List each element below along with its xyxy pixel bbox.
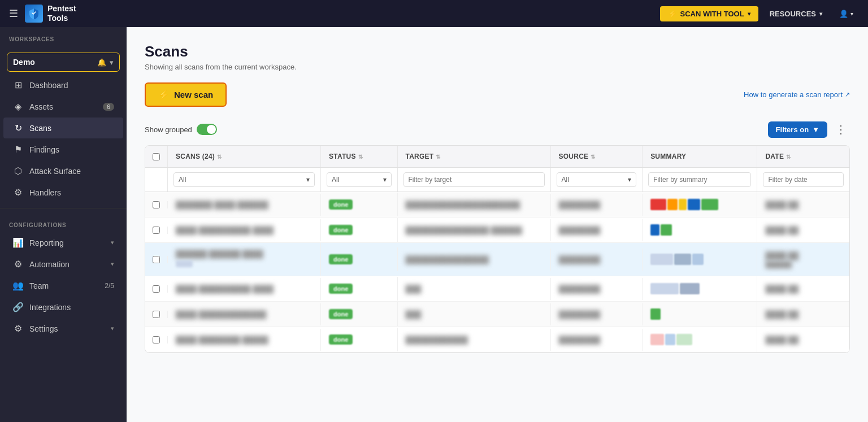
- filter-icon: ▼: [812, 125, 819, 134]
- show-grouped-toggle[interactable]: [197, 124, 217, 135]
- external-link-icon: ↗: [845, 91, 850, 98]
- sidebar-item-scans[interactable]: ↻ Scans: [3, 118, 123, 138]
- scans-filter-chevron: ▾: [306, 176, 310, 184]
- sidebar-item-attack-surface[interactable]: ⬡ Attack Surface: [3, 160, 123, 181]
- sidebar-item-findings[interactable]: ⚑ Findings: [3, 139, 123, 160]
- sidebar-item-handlers[interactable]: ⚙ Handlers: [3, 182, 123, 203]
- row-date: ████ ██: [757, 303, 849, 325]
- sidebar-item-integrations[interactable]: 🔗 Integrations: [3, 297, 123, 317]
- source-filter-select[interactable]: All ▾: [557, 172, 637, 187]
- th-summary[interactable]: Summary: [643, 146, 757, 167]
- date-filter-input[interactable]: [763, 172, 844, 187]
- row-checkbox[interactable]: [153, 256, 160, 263]
- row-checkbox[interactable]: [153, 201, 160, 208]
- reporting-icon: 📊: [12, 237, 24, 248]
- sidebar-item-reporting[interactable]: 📊 Reporting ▾: [3, 232, 123, 253]
- status-done-badge: done: [329, 309, 353, 319]
- sidebar-item-team[interactable]: 👥 Team 2/5: [3, 275, 123, 296]
- assets-icon: ◈: [12, 101, 24, 112]
- th-target[interactable]: Target ⇅: [398, 146, 551, 167]
- generate-report-link[interactable]: How to generate a scan report ↗: [744, 90, 850, 99]
- sidebar-item-dashboard[interactable]: ⊞ Dashboard: [3, 75, 123, 95]
- sidebar-item-label: Settings: [29, 324, 58, 333]
- row-target: ████████████: [398, 329, 551, 351]
- scans-sort-icon: ⇅: [217, 154, 222, 160]
- table-row[interactable]: ████ ██████████ ████ done ██████████████…: [145, 217, 849, 243]
- sidebar-item-label: Findings: [29, 145, 59, 154]
- sidebar-item-settings[interactable]: ⚙ Settings ▾: [3, 318, 123, 339]
- automation-expand-icon: ▾: [111, 260, 114, 268]
- settings-expand-icon: ▾: [111, 325, 114, 332]
- th-date[interactable]: Date ⇅: [757, 146, 849, 167]
- status-filter-select[interactable]: All ▾: [327, 172, 392, 187]
- attack-surface-icon: ⬡: [12, 166, 24, 176]
- main-content: Scans Showing all scans from the current…: [127, 27, 868, 422]
- assets-badge: 6: [103, 103, 114, 111]
- resources-chevron-icon: ▾: [819, 11, 822, 17]
- row-source: ████████: [551, 329, 643, 351]
- user-icon: 👤: [839, 10, 848, 18]
- workspace-selector[interactable]: Demo 🔔 ▾: [7, 53, 120, 72]
- th-checkbox: [145, 146, 168, 167]
- logo-text: Pentest Tools: [47, 4, 76, 23]
- filter-date-cell: [757, 168, 849, 192]
- sidebar-item-label: Attack Surface: [29, 167, 81, 176]
- target-filter-input[interactable]: [403, 172, 545, 187]
- main-nav: ⊞ Dashboard ◈ Assets 6 ↻ Scans ⚑ Finding…: [0, 74, 127, 203]
- row-checkbox[interactable]: [153, 285, 160, 293]
- workspace-chevron-icon: ▾: [110, 58, 114, 67]
- bolt-icon: ⚡: [668, 10, 677, 18]
- resources-button[interactable]: RESOURCES ▾: [763, 6, 829, 21]
- sidebar-item-automation[interactable]: ⚙ Automation ▾: [3, 254, 123, 275]
- scans-filter-select[interactable]: All ▾: [173, 172, 315, 187]
- sidebar: WORKSPACES Demo 🔔 ▾ ⊞ Dashboard ◈ Assets…: [0, 27, 127, 422]
- show-grouped-control: Show grouped: [145, 124, 217, 135]
- row-summary: [643, 276, 757, 301]
- scan-with-tool-button[interactable]: ⚡ SCAN WITH TOOL ▾: [660, 6, 758, 21]
- row-checkbox[interactable]: [153, 227, 160, 234]
- top-navigation: ☰ Pentest Tools ⚡ SCAN WITH TOOL ▾: [0, 0, 868, 27]
- row-date: ████ ██: [757, 329, 849, 351]
- integrations-icon: 🔗: [12, 302, 24, 312]
- filter-scans-cell: All ▾: [168, 168, 321, 192]
- summary-filter-input[interactable]: [648, 172, 751, 187]
- page-title: Scans: [145, 43, 850, 60]
- reporting-expand-icon: ▾: [111, 239, 114, 246]
- sidebar-item-label: Dashboard: [29, 81, 68, 90]
- table-controls: Show grouped Filters on ▼ ⋮: [145, 120, 850, 138]
- table-row[interactable]: ███████ ████ ██████ done ███████████████…: [145, 192, 849, 217]
- new-scan-button[interactable]: ⚡ New scan: [145, 82, 227, 107]
- sidebar-item-assets[interactable]: ◈ Assets 6: [3, 96, 123, 117]
- team-badge: 2/5: [105, 282, 114, 290]
- row-status: done: [321, 302, 398, 326]
- row-target: ███: [398, 303, 551, 325]
- filters-on-button[interactable]: Filters on ▼: [768, 121, 827, 138]
- hamburger-menu-icon[interactable]: ☰: [9, 7, 18, 20]
- filter-source-cell: All ▾: [551, 168, 643, 192]
- more-options-button[interactable]: ⋮: [832, 120, 850, 138]
- status-done-badge: done: [329, 199, 353, 210]
- config-nav: 📊 Reporting ▾ ⚙ Automation ▾ 👥 Team 2/5 …: [0, 232, 127, 340]
- row-checkbox[interactable]: [153, 336, 160, 343]
- row-checkbox[interactable]: [153, 311, 160, 318]
- sidebar-item-label: Scans: [29, 124, 51, 133]
- row-summary: [643, 247, 757, 272]
- table-row[interactable]: ████ ██████████ ████ done ███ ████████: [145, 276, 849, 302]
- configurations-section-label: CONFIGURATIONS: [0, 213, 127, 232]
- settings-icon: ⚙: [12, 323, 24, 334]
- table-row[interactable]: ████ █████████████ done ███ ████████: [145, 302, 849, 327]
- th-scans[interactable]: Scans (24) ⇅: [168, 146, 321, 167]
- select-all-checkbox[interactable]: [153, 153, 160, 160]
- logo-shield-icon: [25, 5, 43, 23]
- table-row[interactable]: ████ ████████ █████ done ████████████ ██…: [145, 327, 849, 353]
- th-source[interactable]: Source ⇅: [551, 146, 643, 167]
- user-menu-button[interactable]: 👤 ▾: [834, 6, 859, 21]
- row-summary: [643, 302, 757, 327]
- workspaces-section-label: WORKSPACES: [0, 27, 127, 46]
- team-icon: 👥: [12, 280, 24, 291]
- row-status: done: [321, 218, 398, 242]
- th-status[interactable]: Status ⇅: [321, 146, 398, 167]
- table-row[interactable]: ██████ ██████ ████ done ████████████████…: [145, 243, 849, 276]
- user-chevron-icon: ▾: [850, 11, 853, 17]
- dashboard-icon: ⊞: [12, 80, 24, 90]
